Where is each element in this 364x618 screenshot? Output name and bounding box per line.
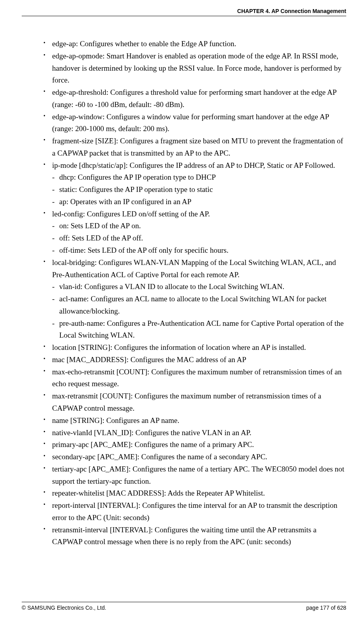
sub-list: dhcp: Configures the AP IP operation typ… — [52, 171, 346, 208]
sub-item: ap: Operates with an IP configured in an… — [52, 196, 346, 208]
parameter-text: name [STRING]: Configures an AP name. — [52, 416, 179, 425]
parameter-text: ip-mode [dhcp/static/ap]: Configures the… — [52, 161, 335, 169]
parameter-text: mac [MAC_ADDRESS]: Configures the MAC ad… — [52, 355, 246, 364]
parameter-item: local-bridging: Configures WLAN-VLAN Map… — [43, 257, 346, 342]
parameter-text: led-config: Configures LED on/off settin… — [52, 210, 210, 218]
parameter-text: secondary-apc [APC_AME]: Configures the … — [52, 453, 267, 461]
parameter-text: local-bridging: Configures WLAN-VLAN Map… — [52, 258, 336, 279]
parameter-item: mac [MAC_ADDRESS]: Configures the MAC ad… — [43, 354, 346, 366]
parameter-text: edge-ap-opmode: Smart Handover is enable… — [52, 52, 341, 85]
parameter-text: edge-ap-threshold: Configures a threshol… — [52, 88, 336, 109]
sub-item: vlan-id: Configures a VLAN ID to allocat… — [52, 281, 346, 293]
parameter-text: repeater-whitelist [MAC ADDRESS]: Adds t… — [52, 489, 265, 497]
parameter-item: primary-apc [APC_AME]: Configures the na… — [43, 439, 346, 451]
parameter-text: edge-ap: Configures whether to enable th… — [52, 39, 236, 48]
sub-item: pre-auth-name: Configures a Pre-Authenti… — [52, 317, 346, 342]
parameter-item: location [STRING]: Configures the inform… — [43, 342, 346, 354]
parameter-text: retransmit-interval [INTERVAL]: Configur… — [52, 526, 317, 546]
sub-item: off: Sets LED of the AP off. — [52, 232, 346, 244]
sub-item: acl-name: Configures an ACL name to allo… — [52, 293, 346, 317]
sub-item: dhcp: Configures the AP IP operation typ… — [52, 171, 346, 184]
parameter-item: report-interval [INTERVAL]: Configures t… — [43, 500, 346, 524]
parameter-item: ip-mode [dhcp/static/ap]: Configures the… — [43, 160, 346, 208]
parameter-item: led-config: Configures LED on/off settin… — [43, 208, 346, 257]
parameter-item: tertiary-apc [APC_AME]: Configures the n… — [43, 463, 346, 488]
parameter-text: max-retransmit [COUNT]: Configures the m… — [52, 392, 321, 412]
footer-copyright: © SAMSUNG Electronics Co., Ltd. — [22, 605, 106, 611]
sub-item: off-time: Sets LED of the AP off only fo… — [52, 244, 346, 257]
parameter-item: retransmit-interval [INTERVAL]: Configur… — [43, 524, 346, 548]
parameter-item: secondary-apc [APC_AME]: Configures the … — [43, 451, 346, 463]
sub-list: vlan-id: Configures a VLAN ID to allocat… — [52, 281, 346, 342]
parameter-text: tertiary-apc [APC_AME]: Configures the n… — [52, 465, 344, 485]
parameter-item: edge-ap-window: Configures a window valu… — [43, 111, 346, 135]
page-footer: © SAMSUNG Electronics Co., Ltd. page 177… — [22, 602, 346, 618]
parameter-item: name [STRING]: Configures an AP name. — [43, 415, 346, 427]
page-content: edge-ap: Configures whether to enable th… — [22, 38, 346, 590]
parameter-text: edge-ap-window: Configures a window valu… — [52, 113, 329, 133]
parameter-item: edge-ap: Configures whether to enable th… — [43, 38, 346, 50]
footer-page-number: page 177 of 628 — [306, 605, 346, 611]
parameter-text: fragment-size [SIZE]: Configures a fragm… — [52, 137, 343, 157]
parameter-item: max-echo-retransmit [COUNT]: Configures … — [43, 366, 346, 391]
parameter-list: edge-ap: Configures whether to enable th… — [43, 38, 346, 548]
parameter-item: edge-ap-threshold: Configures a threshol… — [43, 86, 346, 111]
parameter-item: max-retransmit [COUNT]: Configures the m… — [43, 390, 346, 415]
parameter-text: primary-apc [APC_AME]: Configures the na… — [52, 440, 254, 449]
chapter-title: CHAPTER 4. AP Connection Management — [237, 8, 346, 14]
parameter-text: location [STRING]: Configures the inform… — [52, 343, 306, 351]
page-header: CHAPTER 4. AP Connection Management — [22, 8, 346, 16]
sub-item: static: Configures the AP IP operation t… — [52, 184, 346, 196]
parameter-item: edge-ap-opmode: Smart Handover is enable… — [43, 50, 346, 86]
sub-list: on: Sets LED of the AP on.off: Sets LED … — [52, 220, 346, 256]
parameter-item: native-vlanId [VLAN_ID]: Configures the … — [43, 427, 346, 439]
parameter-item: repeater-whitelist [MAC ADDRESS]: Adds t… — [43, 487, 346, 500]
parameter-item: fragment-size [SIZE]: Configures a fragm… — [43, 135, 346, 160]
parameter-text: native-vlanId [VLAN_ID]: Configures the … — [52, 428, 251, 437]
parameter-text: report-interval [INTERVAL]: Configures t… — [52, 501, 337, 522]
parameter-text: max-echo-retransmit [COUNT]: Configures … — [52, 368, 341, 388]
sub-item: on: Sets LED of the AP on. — [52, 220, 346, 232]
